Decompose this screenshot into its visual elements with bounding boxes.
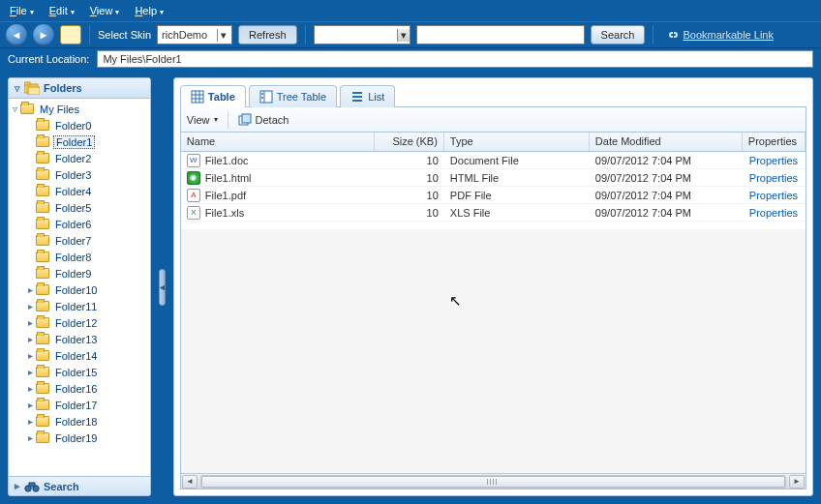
search-button[interactable]: Search (591, 25, 646, 44)
folders-title: Folders (44, 82, 82, 94)
folder-icon (36, 235, 49, 246)
tree-label: Folder10 (53, 284, 99, 296)
tree-root[interactable]: ▿My Files (9, 101, 150, 117)
tree-item[interactable]: Folder7 (9, 232, 150, 249)
tree-item[interactable]: Folder8 (9, 249, 150, 265)
scroll-left-button[interactable]: ◄ (182, 475, 198, 489)
tree-item[interactable]: ▸Folder16 (9, 380, 150, 397)
folders-icon (24, 81, 40, 95)
tree-item[interactable]: ▸Folder10 (9, 282, 150, 298)
tab-table[interactable]: Table (180, 85, 246, 107)
tree-label: Folder11 (53, 301, 99, 312)
tree-item[interactable]: ▸Folder11 (9, 298, 150, 314)
tree-label: Folder4 (53, 186, 93, 197)
folder-icon (36, 169, 49, 180)
nav-forward-button[interactable]: ► (33, 24, 54, 45)
col-header-date[interactable]: Date Modified (590, 133, 743, 151)
svg-rect-1 (24, 82, 30, 85)
tree-item[interactable]: Folder2 (9, 150, 150, 166)
menu-help[interactable]: Help▾ (129, 3, 169, 18)
tree-label: Folder1 (53, 135, 95, 149)
folder-icon (36, 416, 49, 427)
tree-item[interactable]: ▸Folder13 (9, 331, 150, 347)
horizontal-scrollbar[interactable]: ◄ ► (181, 473, 806, 489)
properties-link[interactable]: Properties (749, 190, 798, 201)
chevron-down-icon: ▾ (214, 115, 218, 124)
tree-label: Folder9 (53, 268, 93, 280)
folder-tree[interactable]: ▿My FilesFolder0Folder1Folder2Folder3Fol… (9, 99, 150, 476)
file-size: 10 (375, 155, 444, 166)
skin-select[interactable]: richDemo ▾ (157, 25, 232, 44)
table-row[interactable]: XFile1.xls10XLS File09/07/2012 7:04 PMPr… (181, 204, 806, 222)
chevron-down-icon: ▾ (217, 29, 229, 42)
location-input[interactable]: My Files\Folder1 (97, 50, 813, 68)
separator (228, 111, 228, 129)
menu-file[interactable]: File▾ (4, 3, 40, 18)
tree-label: Folder18 (53, 416, 99, 428)
tree-item[interactable]: ▸Folder18 (9, 413, 150, 430)
tree-item[interactable]: Folder6 (9, 216, 150, 232)
location-value: My Files\Folder1 (103, 53, 181, 65)
table-row[interactable]: ◉File1.html10HTML File09/07/2012 7:04 PM… (181, 169, 806, 187)
separator (653, 25, 654, 44)
search-input[interactable] (416, 25, 585, 44)
splitter-handle[interactable]: ◄ (159, 269, 166, 306)
file-name: File1.pdf (205, 190, 246, 201)
file-date: 09/07/2012 7:04 PM (590, 155, 743, 166)
col-header-size[interactable]: Size (KB) (375, 133, 444, 151)
scroll-right-button[interactable]: ► (789, 475, 805, 489)
tree-item[interactable]: ▸Folder12 (9, 314, 150, 331)
grid-body: WFile1.doc10Document File09/07/2012 7:04… (181, 152, 806, 473)
refresh-button[interactable]: Refresh (238, 25, 297, 44)
folders-header[interactable]: ▿ Folders (9, 78, 150, 99)
nav-back-button[interactable]: ◄ (6, 24, 27, 45)
search-section-header[interactable]: ▸ Search (9, 476, 150, 495)
tree-item[interactable]: ▸Folder17 (9, 397, 150, 413)
tab-list[interactable]: List (340, 85, 395, 107)
tree-item[interactable]: Folder9 (9, 265, 150, 282)
file-doc-icon: W (187, 154, 200, 167)
tree-item[interactable]: Folder0 (9, 117, 150, 133)
file-type: Document File (444, 155, 590, 166)
table-toolbar: View ▾ Detach (180, 107, 806, 133)
bookmarkable-link[interactable]: Bookmarkable Link (665, 28, 774, 42)
tree-label: Folder5 (53, 202, 93, 214)
tree-label: My Files (38, 104, 81, 115)
tree-item[interactable]: ▸Folder14 (9, 347, 150, 364)
folder-icon (36, 301, 49, 311)
table-row[interactable]: WFile1.doc10Document File09/07/2012 7:04… (181, 152, 806, 169)
properties-link[interactable]: Properties (749, 207, 798, 219)
table-row[interactable]: AFile1.pdf10PDF File09/07/2012 7:04 PMPr… (181, 187, 806, 204)
tree-item[interactable]: ▸Folder19 (9, 430, 150, 446)
menu-view[interactable]: View▾ (84, 3, 126, 18)
skin-select-value: richDemo (162, 29, 207, 41)
file-size: 10 (375, 172, 444, 184)
tree-item[interactable]: Folder3 (9, 166, 150, 183)
tab-tree-table[interactable]: Tree Table (249, 85, 337, 107)
link-icon (665, 28, 679, 42)
menu-edit[interactable]: Edit▾ (44, 3, 80, 18)
search-category-combo[interactable]: ▾ (314, 25, 410, 44)
folder-icon (36, 136, 49, 147)
col-header-type[interactable]: Type (444, 133, 590, 151)
tree-item[interactable]: Folder5 (9, 199, 150, 216)
tree-item[interactable]: Folder1 (9, 133, 150, 150)
scroll-thumb[interactable] (201, 476, 785, 488)
separator (305, 25, 306, 44)
main-panel: Table Tree Table List View ▾ (173, 77, 813, 496)
scroll-track[interactable] (200, 475, 786, 489)
location-label: Current Location: (8, 53, 89, 65)
tree-item[interactable]: Folder4 (9, 183, 150, 199)
splitter[interactable]: ◄ (159, 77, 166, 496)
col-header-name[interactable]: Name (181, 133, 375, 151)
properties-link[interactable]: Properties (749, 155, 798, 166)
folder-up-button[interactable] (60, 25, 81, 44)
detach-button[interactable]: Detach (238, 113, 289, 127)
folder-icon (36, 284, 49, 295)
tree-item[interactable]: ▸Folder15 (9, 364, 150, 380)
separator (89, 25, 90, 44)
view-menu-button[interactable]: View ▾ (187, 114, 218, 126)
col-header-properties[interactable]: Properties (743, 133, 806, 151)
properties-link[interactable]: Properties (749, 172, 798, 184)
menu-bar: File▾ Edit▾ View▾ Help▾ (0, 0, 821, 21)
